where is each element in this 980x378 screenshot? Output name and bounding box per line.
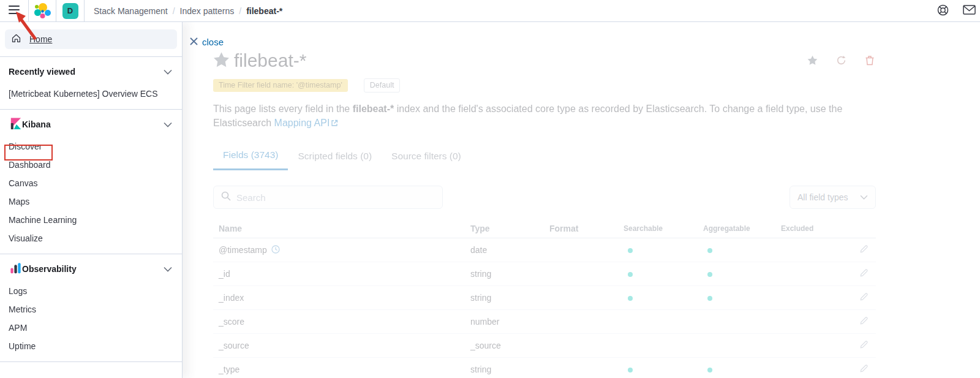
observability-section-header[interactable]: Observability bbox=[9, 262, 172, 276]
field-name: _source bbox=[219, 341, 249, 350]
space-switcher[interactable]: D bbox=[56, 0, 84, 21]
pencil-icon bbox=[859, 244, 869, 255]
aggregatable-indicator bbox=[707, 272, 712, 277]
sidebar-item-discover[interactable]: Discover bbox=[9, 137, 172, 156]
space-badge[interactable]: D bbox=[62, 3, 78, 19]
close-button[interactable]: close bbox=[190, 37, 224, 47]
tab-source-filters[interactable]: Source filters (0) bbox=[382, 149, 471, 170]
edit-field-button[interactable] bbox=[859, 292, 876, 303]
navigation-sidebar: Home Recently viewed [Metricbeat Kuberne… bbox=[0, 22, 183, 378]
home-link-label[interactable]: Home bbox=[29, 34, 52, 44]
sidebar-item-canvas[interactable]: Canvas bbox=[9, 174, 172, 192]
aggregatable-indicator bbox=[707, 248, 712, 253]
top-navigation-bar: D Stack Management / Index patterns / fi… bbox=[0, 0, 980, 22]
field-name: @timestamp bbox=[219, 245, 267, 255]
help-icon bbox=[937, 4, 949, 18]
field-name: _type bbox=[219, 365, 239, 374]
home-icon bbox=[11, 33, 21, 45]
topbar-right-actions bbox=[927, 0, 980, 21]
column-header-format[interactable]: Format bbox=[549, 224, 624, 233]
breadcrumb-stack-management[interactable]: Stack Management bbox=[94, 6, 168, 16]
field-name: _id bbox=[219, 269, 230, 279]
sidebar-item-machine-learning[interactable]: Machine Learning bbox=[9, 211, 172, 229]
sidebar-item-apm[interactable]: APM bbox=[9, 319, 172, 337]
field-type-filter[interactable]: All field types bbox=[790, 186, 876, 209]
chevron-down-icon[interactable] bbox=[164, 69, 172, 75]
mail-icon bbox=[963, 5, 976, 17]
newsfeed-button[interactable] bbox=[958, 0, 980, 21]
breadcrumb-separator: / bbox=[173, 6, 175, 16]
sidebar-item-visualize[interactable]: Visualize bbox=[9, 229, 172, 248]
search-input[interactable] bbox=[236, 192, 435, 203]
field-type: string bbox=[470, 365, 549, 374]
column-header-searchable[interactable]: Searchable bbox=[624, 224, 703, 233]
pencil-icon bbox=[859, 292, 869, 303]
table-row: _type string bbox=[213, 358, 876, 378]
aggregatable-indicator bbox=[707, 368, 712, 372]
chevron-down-icon[interactable] bbox=[164, 266, 172, 272]
fields-table: Name Type Format Searchable Aggregatable… bbox=[213, 219, 876, 378]
edit-field-button[interactable] bbox=[859, 244, 876, 255]
recently-viewed-item[interactable]: [Metricbeat Kubernetes] Overview ECS bbox=[9, 85, 172, 103]
chevron-down-icon[interactable] bbox=[164, 122, 172, 127]
title-row: filebeat-* bbox=[213, 50, 876, 71]
breadcrumb: Stack Management / Index patterns / file… bbox=[84, 0, 282, 21]
table-controls: All field types bbox=[213, 186, 876, 209]
aggregatable-indicator bbox=[707, 296, 712, 301]
sidebar-item-uptime[interactable]: Uptime bbox=[9, 337, 172, 355]
table-row: _score number bbox=[213, 310, 876, 334]
edit-field-button[interactable] bbox=[859, 364, 876, 375]
table-row: _source _source bbox=[213, 334, 876, 358]
column-header-aggregatable[interactable]: Aggregatable bbox=[703, 224, 781, 233]
kibana-section-header[interactable]: Kibana bbox=[9, 117, 172, 132]
searchable-indicator bbox=[628, 272, 633, 277]
external-link-icon bbox=[331, 118, 338, 129]
observability-section: Observability Logs Metrics APM Uptime bbox=[0, 254, 182, 361]
set-default-button[interactable] bbox=[807, 55, 818, 67]
column-header-name[interactable]: Name bbox=[213, 224, 470, 233]
star-icon bbox=[213, 51, 230, 70]
refresh-icon bbox=[836, 55, 846, 67]
tab-fields[interactable]: Fields (3743) bbox=[213, 149, 288, 170]
kibana-section-title: Kibana bbox=[22, 119, 51, 129]
sidebar-item-maps[interactable]: Maps bbox=[9, 192, 172, 211]
pencil-icon bbox=[859, 364, 869, 375]
badge-row: Time Filter field name: '@timestamp' Def… bbox=[213, 78, 876, 93]
breadcrumb-separator: / bbox=[239, 6, 241, 16]
column-header-excluded[interactable]: Excluded bbox=[781, 224, 845, 233]
observability-section-title: Observability bbox=[22, 264, 77, 274]
observability-logo bbox=[9, 261, 23, 277]
help-button[interactable] bbox=[927, 0, 958, 21]
mapping-api-link[interactable]: Mapping API bbox=[274, 118, 330, 128]
sidebar-item-home[interactable]: Home bbox=[5, 29, 177, 49]
edit-field-button[interactable] bbox=[859, 340, 876, 351]
recently-viewed-header[interactable]: Recently viewed bbox=[9, 64, 172, 79]
delete-button[interactable] bbox=[865, 55, 875, 67]
edit-field-button[interactable] bbox=[859, 268, 876, 279]
tab-scripted-fields[interactable]: Scripted fields (0) bbox=[288, 149, 382, 170]
sidebar-item-logs[interactable]: Logs bbox=[9, 282, 172, 300]
menu-button[interactable] bbox=[0, 0, 28, 21]
table-row: @timestamp date bbox=[213, 238, 876, 262]
field-search[interactable] bbox=[213, 186, 443, 209]
edit-field-button[interactable] bbox=[859, 316, 876, 327]
recently-viewed-title: Recently viewed bbox=[9, 67, 75, 77]
pencil-icon bbox=[859, 316, 869, 327]
sidebar-item-dashboard[interactable]: Dashboard bbox=[9, 156, 172, 174]
page-overlay-content: filebeat-* bbox=[183, 22, 980, 378]
search-icon bbox=[221, 191, 231, 203]
column-header-type[interactable]: Type bbox=[470, 224, 549, 233]
field-type: string bbox=[470, 293, 549, 303]
table-row: _index string bbox=[213, 286, 876, 310]
tab-bar: Fields (3743) Scripted fields (0) Source… bbox=[213, 149, 876, 170]
table-header-row: Name Type Format Searchable Aggregatable… bbox=[213, 219, 876, 238]
searchable-indicator bbox=[628, 248, 633, 253]
index-pattern-page: close filebeat-* bbox=[183, 22, 980, 378]
field-type: date bbox=[470, 245, 549, 255]
star-icon bbox=[807, 55, 818, 67]
refresh-button[interactable] bbox=[836, 55, 846, 67]
elastic-logo[interactable] bbox=[28, 0, 56, 21]
pencil-icon bbox=[859, 268, 869, 279]
sidebar-item-metrics[interactable]: Metrics bbox=[9, 300, 172, 319]
breadcrumb-index-patterns[interactable]: Index patterns bbox=[180, 6, 235, 16]
